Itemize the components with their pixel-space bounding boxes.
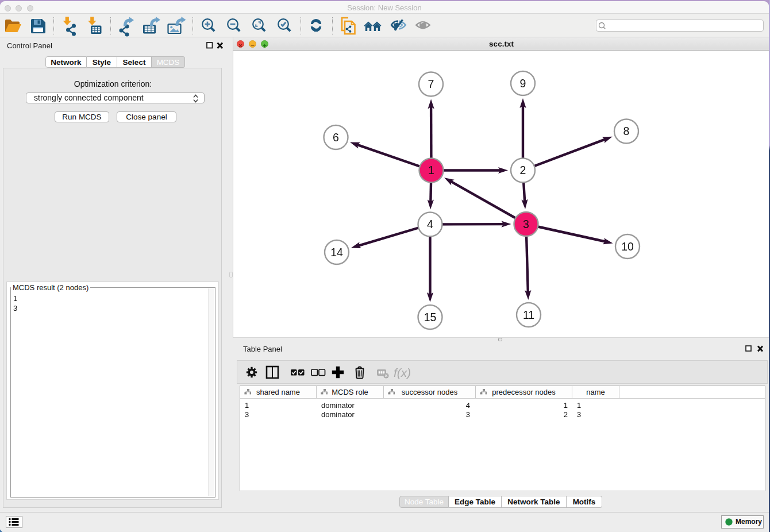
svg-text:15: 15 [424,311,437,323]
svg-text:1: 1 [428,164,434,176]
svg-text:4: 4 [427,218,433,230]
svg-text:9: 9 [520,77,526,90]
svg-text:11: 11 [523,309,534,321]
svg-text:7: 7 [428,78,434,90]
svg-text:f(x): f(x) [394,366,411,379]
svg-text:6: 6 [333,131,339,144]
svg-text:14: 14 [330,246,343,259]
svg-text:8: 8 [623,125,630,137]
svg-text:2: 2 [520,164,526,176]
svg-text:3: 3 [523,218,529,230]
svg-text:10: 10 [621,240,634,253]
